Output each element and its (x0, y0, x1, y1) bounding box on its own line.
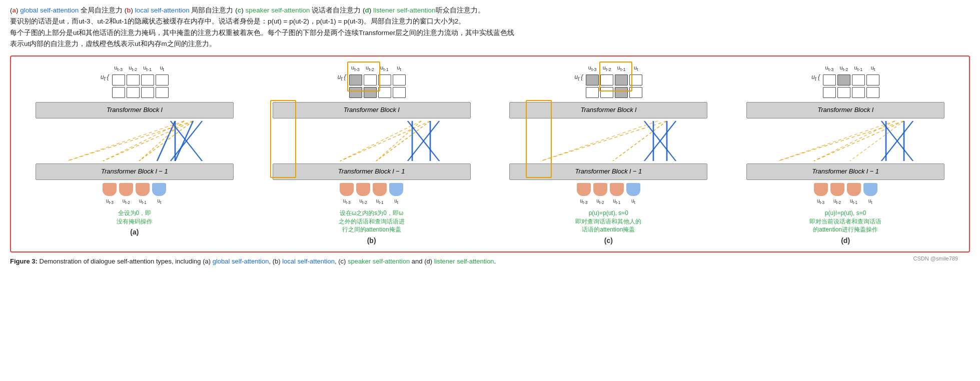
panel-letter-c: (c) (604, 235, 613, 246)
panel-caption-a: 全设为0，即没有掩码操作 (117, 209, 153, 226)
token-cell (586, 87, 599, 98)
figure-wrapper: ut { ut-3 ut-2 ut-1 ut (10, 56, 970, 266)
svg-line-11 (340, 121, 430, 161)
memory-label: ut (863, 197, 877, 206)
panel-caption-d: p(u)!=p(ut), s=0即对当前说话者和查询话语的attention进行… (809, 209, 881, 234)
figure-caption: Figure 3: Demonstration of dialogue self… (10, 256, 970, 266)
panel-letter-d: (d) (841, 235, 850, 246)
svg-line-27 (814, 121, 904, 161)
col-label: ut (156, 64, 169, 74)
memory-tokens-a: ut-3 ut-2 ut-1 ut (103, 183, 166, 206)
token-cell (823, 74, 836, 86)
token-cell (127, 74, 140, 86)
col-label: ut-2 (127, 64, 140, 74)
memory-label: ut-2 (830, 197, 844, 206)
transformer-block-top-b: Transformer Block l (273, 102, 471, 118)
ut-label-b: ut { (338, 72, 346, 83)
token-cell (112, 87, 125, 98)
token-cell (823, 87, 836, 98)
token-cell (600, 87, 613, 98)
col-label: ut (866, 64, 879, 74)
col-label: ut-3 (586, 64, 599, 74)
token-cell-gray (349, 87, 362, 98)
memory-token (830, 183, 844, 196)
token-cell-gray (586, 74, 599, 86)
svg-line-0 (67, 121, 193, 161)
memory-label: ut-3 (814, 197, 828, 206)
memory-label: ut-2 (593, 197, 607, 206)
memory-token-blue (626, 183, 640, 196)
attention-svg-b (273, 118, 471, 164)
token-cell-gray (349, 74, 362, 86)
transformer-block-bottom-c: Transformer Block l − 1 (509, 164, 707, 180)
header-text: (a) global self-attention 全局自注意力 (b) loc… (10, 5, 970, 50)
transformer-section-b: Transformer Block l (273, 102, 471, 180)
transformer-block-bottom-d: Transformer Block l − 1 (746, 164, 944, 180)
transformer-section-d: Transformer Block l (746, 102, 944, 180)
attention-svg-a (36, 118, 234, 164)
memory-token (847, 183, 861, 196)
panel-a: ut { ut-3 ut-2 ut-1 ut (30, 64, 239, 246)
memory-token (356, 183, 370, 196)
token-cell (393, 74, 406, 86)
panel-d: ut { ut-3 ut-2 ut-1 ut (741, 64, 950, 246)
transformer-block-top-c: Transformer Block l (509, 102, 707, 118)
token-cell (364, 74, 377, 86)
transformer-block-top-d: Transformer Block l (746, 102, 944, 118)
svg-line-29 (814, 121, 895, 161)
col-label: ut (393, 64, 406, 74)
token-cell (156, 74, 169, 86)
token-cell (156, 87, 169, 98)
token-cell (393, 87, 406, 98)
col-label: ut-1 (378, 64, 391, 74)
memory-token (593, 183, 607, 196)
memory-label: ut-3 (577, 197, 591, 206)
col-label: ut-3 (823, 64, 836, 74)
svg-line-14 (376, 121, 421, 161)
memory-label: ut (626, 197, 640, 206)
col-label: ut (629, 64, 642, 74)
svg-line-13 (340, 121, 421, 161)
memory-label: ut-3 (340, 197, 354, 206)
token-cell (852, 74, 865, 86)
token-cell (629, 74, 642, 86)
panel-b: ut { ut-3 ut-2 ut-1 ut (267, 64, 476, 246)
memory-tokens-c: ut-3 ut-2 ut-1 ut (577, 183, 640, 206)
memory-token (610, 183, 624, 196)
transformer-section-a: Transformer Block l (36, 102, 234, 180)
svg-line-12 (376, 121, 430, 161)
svg-line-19 (541, 121, 667, 161)
transformer-block-bottom-a: Transformer Block l − 1 (36, 164, 234, 180)
header-section: (a) global self-attention 全局自注意力 (b) loc… (10, 5, 970, 50)
token-cell (866, 74, 879, 86)
memory-label: ut (389, 197, 403, 206)
ut-label-a: ut { (101, 72, 109, 83)
col-label: ut-3 (349, 64, 362, 74)
panel-c: ut { ut-3 ut-2 ut-1 ut (504, 64, 713, 246)
memory-token-blue (389, 183, 403, 196)
token-cell (141, 87, 154, 98)
token-cell (866, 87, 879, 98)
transformer-block-bottom-b: Transformer Block l − 1 (273, 164, 471, 180)
memory-token-blue (152, 183, 166, 196)
token-cell-gray (364, 87, 377, 98)
token-cell (852, 87, 865, 98)
panel-letter-a: (a) (130, 226, 139, 238)
memory-label: ut-1 (847, 197, 861, 206)
ut-label-d: ut { (811, 72, 820, 83)
memory-label: ut-1 (610, 197, 624, 206)
token-cell (378, 74, 391, 86)
memory-token (119, 183, 133, 196)
memory-token (103, 183, 117, 196)
memory-label: ut-1 (136, 197, 150, 206)
memory-tokens-d: ut-3 ut-2 ut-1 ut (814, 183, 877, 206)
col-label: ut-2 (600, 64, 613, 74)
memory-label: ut (152, 197, 166, 206)
token-cell (378, 87, 391, 98)
col-label: ut-2 (837, 64, 850, 74)
token-grid-d: ut { ut-3 ut-2 ut-1 ut (811, 64, 879, 98)
col-label: ut-1 (141, 64, 154, 74)
svg-line-1 (103, 121, 193, 161)
token-grid-c: ut { ut-3 ut-2 ut-1 ut (574, 64, 642, 98)
svg-line-26 (778, 121, 904, 161)
